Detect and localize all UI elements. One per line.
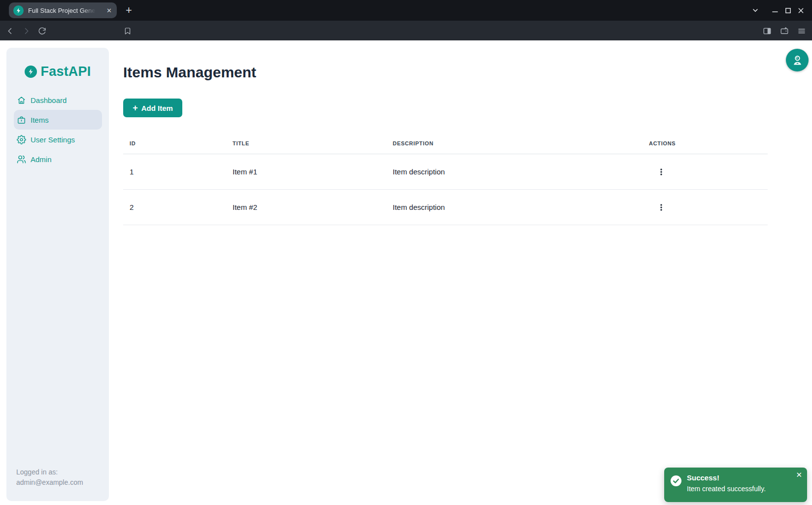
column-header-title: TITLE	[226, 133, 386, 154]
browser-window: Full Stack Project Genera ✕ +	[0, 0, 812, 505]
column-header-actions: ACTIONS	[643, 133, 768, 154]
sidebar: FastAPI Dashboard Items	[6, 48, 109, 501]
home-icon	[17, 96, 26, 105]
cell-title: Item #1	[226, 154, 386, 190]
cell-description: Item description	[386, 190, 643, 225]
toast-message: Item created successfully.	[687, 483, 792, 494]
table-row: 2 Item #2 Item description	[123, 190, 768, 225]
sidebar-item-admin[interactable]: Admin	[14, 149, 102, 169]
sidebar-item-items[interactable]: Items	[14, 110, 102, 130]
sidebar-panel-icon[interactable]	[761, 25, 774, 37]
sidebar-nav: Dashboard Items User Settings	[14, 90, 102, 169]
tab-search-chevron-icon[interactable]	[749, 4, 762, 17]
logged-in-footer: Logged in as: admin@example.com	[16, 467, 83, 488]
logged-in-email: admin@example.com	[16, 477, 83, 488]
users-icon	[17, 155, 26, 164]
column-header-description: DESCRIPTION	[386, 133, 643, 154]
tab-close-icon[interactable]: ✕	[105, 7, 113, 14]
fastapi-favicon-icon	[13, 5, 24, 16]
plus-icon: +	[133, 103, 138, 112]
toast-title: Success!	[687, 472, 792, 483]
row-actions-kebab-icon[interactable]	[655, 200, 668, 215]
page-title: Items Management	[123, 64, 256, 81]
tab-title: Full Stack Project Genera	[28, 7, 97, 14]
sidebar-item-label: Items	[31, 116, 49, 124]
table-row: 1 Item #1 Item description	[123, 154, 768, 190]
cell-id: 1	[123, 154, 226, 190]
window-close-button[interactable]	[794, 4, 807, 17]
reload-button[interactable]	[35, 25, 48, 37]
fastapi-logo: FastAPI	[6, 64, 109, 79]
sidebar-item-user-settings[interactable]: User Settings	[14, 130, 102, 149]
cell-description: Item description	[386, 154, 643, 190]
sidebar-item-label: Dashboard	[31, 96, 67, 104]
add-item-button[interactable]: + Add Item	[123, 99, 182, 117]
window-maximize-button[interactable]	[781, 4, 794, 17]
cell-title: Item #2	[226, 190, 386, 225]
wallet-icon[interactable]	[778, 25, 791, 37]
menu-hamburger-icon[interactable]	[795, 25, 808, 37]
add-item-label: Add Item	[141, 104, 173, 112]
fastapi-bolt-icon	[25, 66, 37, 78]
table-header-row: ID TITLE DESCRIPTION ACTIONS	[123, 133, 768, 154]
person-icon	[791, 54, 804, 67]
gear-icon	[17, 135, 26, 144]
sidebar-item-label: User Settings	[31, 135, 75, 144]
sidebar-item-dashboard[interactable]: Dashboard	[14, 90, 102, 110]
briefcase-icon	[17, 115, 26, 125]
success-toast: Success! Item created successfully. ✕	[664, 468, 807, 502]
row-actions-kebab-icon[interactable]	[655, 165, 668, 179]
window-minimize-button[interactable]	[769, 4, 781, 17]
user-avatar-button[interactable]	[786, 49, 809, 71]
logged-in-label: Logged in as:	[16, 467, 83, 477]
check-circle-icon	[670, 475, 682, 489]
items-table: ID TITLE DESCRIPTION ACTIONS 1 Item #1 I…	[123, 133, 768, 225]
toast-close-icon[interactable]: ✕	[794, 469, 804, 480]
column-header-id: ID	[123, 133, 226, 154]
forward-button[interactable]	[20, 25, 33, 37]
window-controls	[749, 0, 807, 21]
new-tab-button[interactable]: +	[122, 3, 135, 17]
back-button[interactable]	[4, 25, 17, 37]
page-viewport: FastAPI Dashboard Items	[0, 40, 812, 505]
bookmark-icon[interactable]	[121, 25, 134, 37]
logo-text: FastAPI	[41, 64, 91, 79]
browser-tab[interactable]: Full Stack Project Genera ✕	[9, 2, 117, 18]
sidebar-item-label: Admin	[31, 155, 52, 164]
browser-tab-bar: Full Stack Project Genera ✕ +	[0, 0, 812, 21]
cell-id: 2	[123, 190, 226, 225]
browser-toolbar: localhost/items 1	[0, 21, 812, 40]
